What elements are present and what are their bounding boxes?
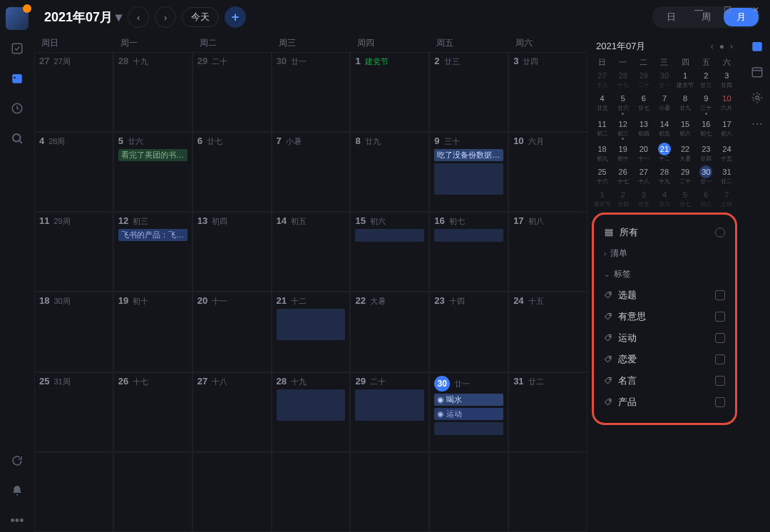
mini-day-cell[interactable]: 29二十 [633,69,654,89]
mini-day-cell[interactable]: 31廿二 [717,165,737,185]
calendar-cell[interactable]: 30廿一 [272,52,351,132]
calendar-cell[interactable]: 2727周 [34,52,113,132]
calendar-cell[interactable]: 16初七 [429,212,508,292]
calendar-cell[interactable]: 19初十 [113,292,192,372]
mini-day-cell[interactable]: 27十八 [592,69,612,89]
calendar-cell[interactable]: 12初三飞书的产品：飞… [113,212,192,292]
arrangement-panel-icon[interactable] [749,64,765,80]
prev-month-button[interactable]: ‹ [128,6,149,28]
mini-day-cell[interactable]: 23廿四 [696,143,717,163]
mini-next-icon[interactable]: › [730,41,733,51]
filter-all[interactable]: 所有 [602,222,727,243]
mini-day-cell[interactable]: 30廿一 [696,165,717,185]
calendar-cell[interactable]: 3廿四 [508,52,587,132]
mini-day-cell[interactable]: 26十七 [612,165,633,185]
mini-day-cell[interactable]: 9三十 [696,92,717,115]
filter-tag-row[interactable]: 名言 [602,370,727,392]
calendar-cell[interactable] [508,452,587,532]
mini-day-cell[interactable]: 11初二 [592,118,612,140]
mini-day-cell[interactable]: 27十八 [633,165,654,185]
mini-day-cell[interactable]: 10六月 [717,92,737,115]
mini-day-cell[interactable]: 2廿四 [612,188,633,208]
day-view-button[interactable]: 日 [654,8,689,26]
mini-day-cell[interactable]: 3廿四 [717,69,737,89]
mini-day-cell[interactable]: 13初四 [633,118,654,140]
next-month-button[interactable]: › [155,6,176,28]
mini-day-cell[interactable]: 24十五 [717,143,737,163]
window-max-button[interactable]: ☐ [713,0,741,20]
sync-icon[interactable] [6,449,29,472]
calendar-cell[interactable]: 26十七 [113,372,192,452]
calendar-cell[interactable]: 20十一 [192,292,272,372]
calendar-cell[interactable] [272,452,351,532]
event-chip[interactable]: 飞书的产品：飞… [118,229,188,241]
mini-day-cell[interactable]: 14初五 [654,118,674,140]
mini-day-cell[interactable]: 3廿五 [633,188,654,208]
mini-day-cell[interactable]: 28十九 [612,69,633,89]
mini-day-cell[interactable]: 6廿七 [633,92,654,115]
mini-day-cell[interactable]: 7立秋 [717,188,737,208]
calendar-cell[interactable]: 28十九 [113,52,192,132]
calendar-cell[interactable]: 13初四 [192,212,272,292]
calendar-cell[interactable]: 14初五 [272,212,351,292]
filter-tag-row[interactable]: 运动 [602,327,727,349]
mini-day-cell[interactable]: 12初三 [612,118,633,140]
calendar-cell[interactable]: 1建党节 [350,52,429,132]
window-close-button[interactable]: ✕ [741,0,770,20]
mini-day-cell[interactable]: 5廿六 [612,92,633,115]
mini-day-cell[interactable]: 6廿八 [696,188,717,208]
mini-day-cell[interactable]: 25十六 [592,165,612,185]
mini-day-cell[interactable]: 1建军节 [592,188,612,208]
event-chip[interactable]: 看完了美团的书… [118,149,188,161]
mini-day-cell[interactable]: 15初六 [675,118,696,140]
calendar-cell[interactable]: 22大暑 [350,292,429,372]
month-title[interactable]: 2021年07月 ▾ [44,9,122,26]
mini-day-cell[interactable]: 19初十 [612,143,633,163]
calendar-cell[interactable]: 31廿二 [508,372,587,452]
calendar-cell[interactable]: 10六月 [508,132,587,212]
calendar-cell[interactable]: 24十五 [508,292,587,372]
mini-day-cell[interactable]: 18初九 [592,143,612,163]
calendar-cell[interactable]: 9三十吃了没备份数据… [429,132,508,212]
calendar-cell[interactable]: 28十九 [272,372,351,452]
mini-day-cell[interactable]: 1建党节 [675,69,696,89]
calendar-cell[interactable]: 21十二 [272,292,351,372]
mini-day-cell[interactable]: 4廿五 [592,92,612,115]
calendar-cell[interactable] [350,452,429,532]
calendar-panel-icon[interactable] [749,39,765,54]
mini-day-cell[interactable]: 8廿九 [675,92,696,115]
calendar-cell[interactable]: 27十八 [192,372,272,452]
mini-day-cell[interactable]: 30廿一 [654,69,674,89]
calendar-cell[interactable]: 1830周 [34,292,113,372]
calendar-cell[interactable]: 6廿七 [192,132,272,212]
mini-day-cell[interactable]: 5廿七 [675,188,696,208]
calendar-cell[interactable]: 30廿一◉ 喝水◉ 运动 [429,372,508,452]
event-chip[interactable]: 吃了没备份数据… [434,149,503,161]
calendar-cell[interactable]: 2531周 [34,372,113,452]
calendar-cell[interactable]: 5廿六看完了美团的书… [113,132,192,212]
mini-day-cell[interactable]: 4廿六 [654,188,674,208]
calendar-cell[interactable]: 8廿九 [350,132,429,212]
mini-day-cell[interactable]: 17初八 [717,118,737,140]
calendar-cell[interactable] [34,452,113,532]
calendar-cell[interactable] [192,452,272,532]
mini-day-cell[interactable]: 2廿三 [696,69,717,89]
mini-day-cell[interactable]: 29二十 [675,165,696,185]
calendar-cell[interactable]: 428周 [34,132,113,212]
mini-prev-icon[interactable]: ‹ [711,41,714,51]
filter-tags-header[interactable]: ⌄标签 [602,264,727,285]
clock-nav-icon[interactable] [6,97,29,120]
event-chip[interactable]: ◉ 喝水 [434,394,503,406]
mini-day-cell[interactable]: 7小暑 [654,92,674,115]
calendar-cell[interactable]: 17初八 [508,212,587,292]
today-button[interactable]: 今天 [182,7,219,27]
search-nav-icon[interactable] [6,127,29,150]
filter-tag-row[interactable]: 产品 [602,392,727,413]
calendar-cell[interactable]: 2廿三 [429,52,508,132]
mini-day-cell[interactable]: 16初七 [696,118,717,140]
mini-dot-icon[interactable]: ● [719,41,724,51]
window-min-button[interactable]: — [684,0,713,20]
add-event-button[interactable]: + [225,6,246,28]
mini-day-cell[interactable]: 21十二 [654,143,674,163]
mini-day-cell[interactable]: 28十九 [654,165,674,185]
